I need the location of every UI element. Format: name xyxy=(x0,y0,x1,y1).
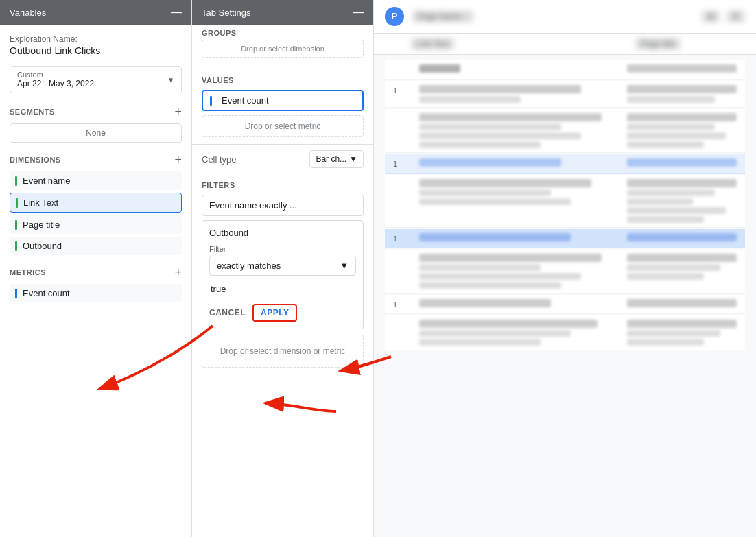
dimension-color-bar xyxy=(15,176,17,186)
groups-drop-zone[interactable]: Drop or select dimension xyxy=(202,40,364,58)
cell-blurred xyxy=(627,132,726,139)
cell-blurred xyxy=(419,282,561,289)
dimensions-add-btn[interactable]: + xyxy=(174,154,182,166)
dimension-color-bar xyxy=(16,198,18,208)
dimension-item-page-title[interactable]: Page title xyxy=(10,215,182,234)
dimension-label-outbound: Outbound xyxy=(23,241,62,251)
metrics-section-header: METRICS + xyxy=(10,266,182,278)
metric-label-event-count: Event count xyxy=(23,288,70,298)
filter-match-type-label: exactly matches xyxy=(217,261,281,271)
cell-blurred xyxy=(419,158,561,167)
cell-blurred xyxy=(627,330,720,337)
cell-blurred xyxy=(419,198,571,205)
values-drop-zone[interactable]: Drop or select metric xyxy=(202,115,364,137)
segments-title: SEGMENTS xyxy=(10,108,55,116)
filter-chip-event-name[interactable]: Event name exactly ... xyxy=(202,195,364,216)
dimension-label-event-name: Event name xyxy=(23,176,70,186)
date-range-value: Apr 22 - May 3, 2022 xyxy=(17,79,94,88)
filter-match-arrow: ▼ xyxy=(340,261,349,271)
cell-blurred xyxy=(419,273,581,280)
table-row-highlighted2: 1 xyxy=(385,229,745,248)
filter-expanded-value: Outbound xyxy=(209,228,356,238)
cell-blurred xyxy=(419,233,571,241)
filter-label: Filter xyxy=(209,245,356,253)
segments-add-btn[interactable]: + xyxy=(174,106,182,118)
cell-blurred xyxy=(627,273,704,280)
metrics-add-btn[interactable]: + xyxy=(174,266,182,278)
cell-blurred xyxy=(627,339,704,346)
filters-drop-zone[interactable]: Drop or select dimension or metric xyxy=(202,335,364,368)
table-row xyxy=(385,60,745,80)
cell-blurred xyxy=(419,299,551,307)
metric-icon-bar xyxy=(210,96,212,106)
cell-type-row: Cell type Bar ch... ▼ xyxy=(192,145,373,174)
variables-panel-header: Variables — xyxy=(0,0,191,25)
dimension-item-link-text[interactable]: Link Text xyxy=(10,193,182,213)
metric-item-event-count[interactable]: Event count xyxy=(10,284,182,302)
dimension-item-outbound[interactable]: Outbound xyxy=(10,237,182,255)
dimension-label-link-text: Link Text xyxy=(23,198,58,208)
cell-blurred xyxy=(627,123,715,130)
cell-blurred xyxy=(627,141,704,148)
col-link-text-header: Link Text xyxy=(411,38,454,50)
value-chip-label: Event count xyxy=(222,95,269,106)
cell-blurred xyxy=(627,216,704,223)
date-custom-label: Custom xyxy=(17,71,94,79)
cell-blurred xyxy=(627,320,737,328)
date-dropdown-arrow: ▼ xyxy=(167,76,174,84)
variables-minimize-btn[interactable]: — xyxy=(171,7,182,18)
dimension-color-bar xyxy=(15,220,17,230)
tab-settings-minimize-btn[interactable]: — xyxy=(353,7,364,18)
metric-color-bar xyxy=(15,289,17,298)
cell-blurred xyxy=(419,189,551,196)
value-chip-event-count[interactable]: Event count xyxy=(202,90,364,111)
filter-value-input[interactable]: true xyxy=(209,281,356,297)
segments-section-header: SEGMENTS + xyxy=(10,106,182,118)
cell-type-value: Bar ch... xyxy=(316,154,346,164)
table-row: 1 xyxy=(385,295,745,314)
values-section: VALUES Event count Drop or select metric xyxy=(192,69,373,145)
cell-blurred xyxy=(419,179,591,187)
cell-blurred xyxy=(419,320,598,328)
table-row-highlighted: 1 xyxy=(385,154,745,174)
variables-panel-title: Variables xyxy=(10,8,46,18)
variables-panel-body: Exploration Name: Outbound Link Clicks C… xyxy=(0,25,191,537)
dimension-item-event-name[interactable]: Event name xyxy=(10,171,182,190)
filters-section: FILTERS Event name exactly ... Outbound … xyxy=(192,174,373,374)
segments-none-pill: None xyxy=(10,123,182,143)
filter-actions: CANCEL APPLY xyxy=(209,304,356,322)
dimensions-section-header: DIMENSIONS + xyxy=(10,154,182,166)
filter-chip-label: Event name exactly ... xyxy=(209,200,297,211)
table-row xyxy=(385,315,745,350)
filters-title: FILTERS xyxy=(202,181,364,189)
cell-blurred xyxy=(627,113,737,121)
data-panel: P Page Name ↑ ⊞ ☰ Link Text Page title xyxy=(374,0,756,537)
cell-blurred xyxy=(627,85,737,93)
dimensions-title: DIMENSIONS xyxy=(10,156,61,164)
cell-blurred xyxy=(627,189,715,196)
groups-label: GROUPS xyxy=(192,25,373,40)
date-range-selector[interactable]: Custom Apr 22 - May 3, 2022 ▼ xyxy=(10,66,182,93)
cell-type-arrow: ▼ xyxy=(349,154,357,164)
cell-blurred xyxy=(419,132,581,139)
cell-blurred xyxy=(627,233,737,241)
filter-match-type-select[interactable]: exactly matches ▼ xyxy=(209,256,356,276)
cell-blurred xyxy=(627,198,693,205)
tab-settings-panel: Tab Settings — GROUPS Drop or select dim… xyxy=(192,0,374,537)
cell-type-select[interactable]: Bar ch... ▼ xyxy=(309,150,364,168)
filter-expanded-panel: Outbound Filter exactly matches ▼ true C… xyxy=(202,220,364,329)
tab-settings-panel-header: Tab Settings — xyxy=(192,0,373,25)
table-row xyxy=(385,175,745,228)
dimension-color-bar xyxy=(15,241,17,251)
date-range-info: Custom Apr 22 - May 3, 2022 xyxy=(17,71,94,88)
cell-blurred xyxy=(419,123,561,130)
cell-blurred xyxy=(419,339,541,346)
filter-apply-btn[interactable]: APPLY xyxy=(252,304,297,322)
cell-blurred xyxy=(627,299,737,307)
cell-blurred xyxy=(419,64,460,73)
cell-blurred xyxy=(419,113,602,121)
table-row xyxy=(385,109,745,153)
cell-blurred xyxy=(627,207,726,214)
cell-blurred xyxy=(627,254,737,262)
filter-cancel-btn[interactable]: CANCEL xyxy=(209,308,246,318)
